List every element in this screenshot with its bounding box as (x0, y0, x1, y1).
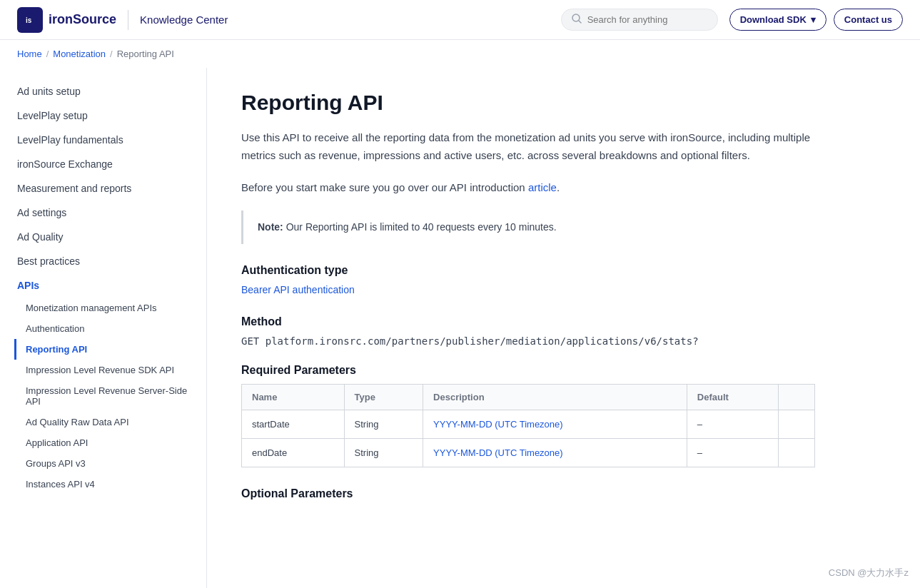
sidebar-sub-groups-api-v3[interactable]: Groups API v3 (26, 453, 206, 474)
breadcrumb-sep-1: / (46, 49, 49, 59)
table-row: endDate String YYYY-MM-DD (UTC Timezone)… (242, 438, 815, 467)
header-divider (128, 10, 128, 30)
note-label: Note: (258, 221, 283, 233)
table-row: startDate String YYYY-MM-DD (UTC Timezon… (242, 410, 815, 438)
sidebar-item-measurement-reports[interactable]: Measurement and reports (0, 176, 206, 201)
sidebar-item-ironsource-exchange[interactable]: ironSource Exchange (0, 152, 206, 176)
method-value: GET platform.ironsrc.com/partners/publis… (241, 335, 815, 347)
row2-extra (779, 438, 815, 467)
optional-params-title: Optional Parameters (241, 487, 815, 500)
row2-name: endDate (242, 438, 345, 467)
article-link[interactable]: article (528, 181, 557, 193)
contact-us-button[interactable]: Contact us (834, 9, 903, 31)
sidebar-sub-authentication[interactable]: Authentication (26, 318, 206, 339)
row1-extra (779, 410, 815, 438)
sidebar-item-levelplay-fundamentals[interactable]: LevelPlay fundamentals (0, 128, 206, 152)
header: is ironSource Knowledge Center Download … (0, 0, 920, 40)
sidebar-sub-items: Monetization management APIs Authenticat… (0, 298, 206, 495)
search-icon (572, 14, 582, 26)
required-params-title: Required Parameters (241, 364, 815, 377)
contact-us-label: Contact us (844, 14, 892, 25)
sidebar: Ad units setup LevelPlay setup LevelPlay… (0, 68, 207, 588)
breadcrumb: Home / Monetization / Reporting API (0, 40, 920, 68)
sidebar-item-ad-quality[interactable]: Ad Quality (0, 225, 206, 249)
col-type: Type (344, 384, 423, 410)
download-sdk-label: Download SDK (740, 14, 807, 25)
sidebar-item-ad-units-setup[interactable]: Ad units setup (0, 79, 206, 103)
col-default: Default (687, 384, 778, 410)
row1-description: YYYY-MM-DD (UTC Timezone) (423, 410, 687, 438)
before-start-label: Before you start make sure you go over o… (241, 181, 525, 193)
page-description: Use this API to receive all the reportin… (241, 129, 815, 165)
row1-name: startDate (242, 410, 345, 438)
method-title: Method (241, 315, 815, 328)
page-title: Reporting API (241, 91, 815, 115)
sidebar-sub-impression-level-sdk[interactable]: Impression Level Revenue SDK API (26, 360, 206, 380)
knowledge-center-link[interactable]: Knowledge Center (140, 14, 228, 26)
before-start-text: Before you start make sure you go over o… (241, 179, 815, 197)
sidebar-sub-monetization-management[interactable]: Monetization management APIs (26, 298, 206, 318)
svg-line-3 (579, 21, 581, 23)
sidebar-sub-reporting-api[interactable]: Reporting API (14, 339, 206, 360)
chevron-down-icon: ▾ (811, 14, 816, 25)
description-text: Use this API to receive all the reportin… (241, 131, 810, 161)
logo-icon: is (17, 7, 43, 33)
row1-type: String (344, 410, 423, 438)
params-table: Name Type Description Default startDate … (241, 384, 815, 467)
svg-text:is: is (26, 16, 32, 24)
breadcrumb-current: Reporting API (117, 49, 174, 59)
watermark: CSDN @大力水手z (829, 567, 909, 579)
table-header-row: Name Type Description Default (242, 384, 815, 410)
bearer-link[interactable]: Bearer API authentication (241, 284, 355, 295)
col-name: Name (242, 384, 345, 410)
sidebar-item-best-practices[interactable]: Best practices (0, 249, 206, 273)
note-block: Note: Our Reporting API is limited to 40… (241, 211, 815, 243)
row2-description: YYYY-MM-DD (UTC Timezone) (423, 438, 687, 467)
row1-default: – (687, 410, 778, 438)
logo-text: ironSource (49, 12, 116, 27)
search-input[interactable] (587, 14, 707, 25)
note-text: Our Reporting API is limited to 40 reque… (286, 221, 557, 233)
logo-link[interactable]: is ironSource (17, 7, 116, 33)
download-sdk-button[interactable]: Download SDK ▾ (729, 9, 827, 31)
breadcrumb-monetization[interactable]: Monetization (53, 49, 106, 59)
row2-default: – (687, 438, 778, 467)
breadcrumb-sep-2: / (110, 49, 113, 59)
row2-type: String (344, 438, 423, 467)
main-content: Reporting API Use this API to receive al… (207, 68, 849, 588)
sidebar-sub-instances-api-v4[interactable]: Instances API v4 (26, 474, 206, 495)
col-description: Description (423, 384, 687, 410)
layout: Ad units setup LevelPlay setup LevelPlay… (0, 68, 920, 588)
sidebar-item-ad-settings[interactable]: Ad settings (0, 201, 206, 225)
auth-type-title: Authentication type (241, 264, 815, 277)
sidebar-sub-application-api[interactable]: Application API (26, 432, 206, 453)
col-extra (779, 384, 815, 410)
sidebar-sub-ad-quality-raw[interactable]: Ad Quality Raw Data API (26, 412, 206, 432)
search-box (561, 9, 718, 31)
sidebar-sub-impression-level-server[interactable]: Impression Level Revenue Server-Side API (26, 380, 206, 412)
sidebar-item-apis[interactable]: APIs (0, 273, 206, 298)
breadcrumb-home[interactable]: Home (17, 49, 42, 59)
sidebar-item-levelplay-setup[interactable]: LevelPlay setup (0, 103, 206, 128)
